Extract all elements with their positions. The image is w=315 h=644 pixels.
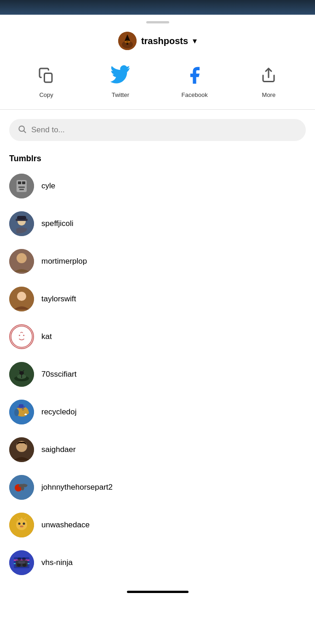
- avatar: [9, 437, 34, 462]
- avatar: [9, 513, 34, 537]
- tumblr-username: vhs-ninja: [41, 558, 73, 567]
- svg-point-49: [23, 523, 25, 525]
- tumblr-username: cyle: [41, 181, 55, 191]
- tumblr-username: taylorswift: [41, 294, 76, 304]
- avatar: [9, 550, 34, 575]
- share-actions-row: Copy Twitter Facebook More: [0, 63, 315, 98]
- copy-icon: [34, 63, 59, 88]
- svg-point-62: [22, 558, 26, 560]
- list-item[interactable]: vhs-ninja: [9, 544, 306, 582]
- avatar: [9, 324, 34, 349]
- avatar: [9, 211, 34, 236]
- svg-line-8: [24, 131, 26, 133]
- facebook-label: Facebook: [182, 91, 208, 98]
- svg-point-48: [18, 523, 21, 525]
- list-item[interactable]: speffjicoli: [9, 205, 306, 243]
- share-more-button[interactable]: More: [250, 63, 287, 98]
- svg-point-20: [17, 253, 27, 263]
- tumblr-username: saighdaer: [41, 445, 76, 454]
- svg-rect-5: [44, 73, 52, 83]
- svg-rect-11: [18, 181, 21, 184]
- list-item[interactable]: saighdaer: [9, 431, 306, 469]
- svg-rect-13: [18, 186, 25, 188]
- svg-point-4: [125, 40, 130, 43]
- status-bar: [0, 0, 315, 15]
- avatar: [9, 475, 34, 500]
- svg-point-29: [19, 371, 24, 375]
- tumblr-list: cyle speffjicoli mortimerplop: [0, 167, 315, 582]
- svg-point-25: [23, 335, 24, 336]
- svg-rect-60: [18, 561, 25, 564]
- search-box[interactable]: [9, 119, 306, 141]
- copy-label: Copy: [39, 91, 53, 98]
- share-copy-button[interactable]: Copy: [28, 63, 65, 98]
- share-twitter-button[interactable]: Twitter: [102, 63, 139, 98]
- tumblr-username: speffjicoli: [41, 219, 74, 228]
- list-item[interactable]: recycledoj: [9, 393, 306, 431]
- list-item[interactable]: kat: [9, 318, 306, 356]
- tumblr-username: johnnythehorsepart2: [41, 483, 113, 492]
- home-indicator: [127, 591, 189, 593]
- list-item[interactable]: mortimerplop: [9, 243, 306, 280]
- avatar: [118, 32, 137, 50]
- svg-point-61: [17, 558, 21, 560]
- svg-point-23: [11, 326, 32, 347]
- list-item[interactable]: cyle: [9, 167, 306, 205]
- svg-rect-40: [19, 404, 23, 407]
- svg-rect-14: [19, 189, 24, 190]
- list-item[interactable]: taylorswift: [9, 280, 306, 318]
- more-label: More: [262, 91, 276, 98]
- svg-point-59: [23, 563, 26, 567]
- divider: [0, 109, 315, 110]
- username-label: trashposts: [141, 36, 188, 46]
- section-title: Tumblrs: [0, 154, 315, 164]
- avatar: [9, 174, 34, 198]
- svg-point-7: [19, 126, 24, 131]
- facebook-icon: [182, 63, 207, 88]
- avatar: [9, 400, 34, 424]
- svg-point-38: [14, 409, 19, 416]
- tumblr-username: mortimerplop: [41, 257, 87, 266]
- svg-point-37: [23, 409, 23, 410]
- twitter-label: Twitter: [112, 91, 129, 98]
- svg-point-22: [17, 292, 26, 301]
- avatar: [9, 362, 34, 387]
- tumblr-username: kat: [41, 332, 52, 341]
- svg-point-50: [20, 525, 23, 527]
- tumblr-username: unwashedace: [41, 520, 90, 530]
- search-icon: [17, 124, 27, 136]
- twitter-icon: [108, 63, 133, 88]
- svg-rect-18: [17, 216, 26, 220]
- list-item[interactable]: johnnythehorsepart2: [9, 469, 306, 506]
- tumblr-username: 70sscifiart: [41, 370, 77, 379]
- svg-point-47: [16, 519, 27, 530]
- list-item[interactable]: 70sscifiart: [9, 356, 306, 393]
- list-item[interactable]: unwashedace: [9, 506, 306, 544]
- svg-rect-12: [22, 181, 25, 184]
- share-facebook-button[interactable]: Facebook: [176, 63, 213, 98]
- svg-point-58: [17, 563, 21, 567]
- search-container: [0, 119, 315, 141]
- more-icon: [256, 63, 281, 88]
- search-input[interactable]: [31, 125, 298, 135]
- avatar: [9, 249, 34, 274]
- svg-point-24: [19, 335, 20, 336]
- dropdown-chevron[interactable]: ▾: [193, 36, 197, 46]
- avatar: [9, 287, 34, 311]
- tumblr-username: recycledoj: [41, 407, 77, 417]
- drag-handle[interactable]: [146, 21, 169, 23]
- header: trashposts ▾: [0, 32, 315, 50]
